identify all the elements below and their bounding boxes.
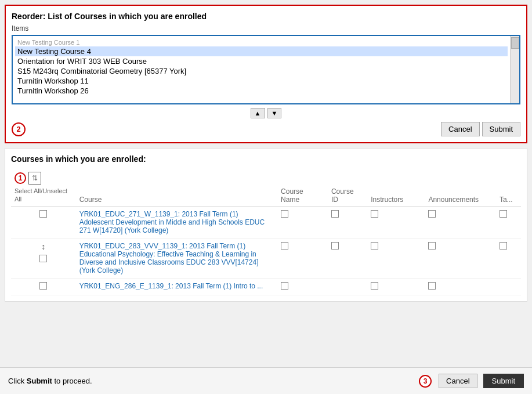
reorder-submit-button[interactable]: Submit [482,122,520,136]
row1-checkbox[interactable] [39,210,47,218]
row2-course-link[interactable]: YRK01_EDUC_283_VVV_1139_1: 2013 Fall Ter… [79,242,259,274]
row2-course-cell: YRK01_EDUC_283_VVV_1139_1: 2013 Fall Ter… [76,238,277,278]
course-col-label: Course [79,196,102,204]
reorder-arrows-icon: ⇅ [32,174,38,182]
row3-tasks-cell [496,278,521,295]
row2-instructors-cell [367,238,425,278]
row2-checkbox[interactable] [39,255,47,262]
row2-tasks-cell [496,238,521,278]
row3-course-cell: YRK01_ENG_286_E_1139_1: 2013 Fall Term (… [76,278,277,295]
row3-select-cell [11,278,76,295]
scrollbar-track [510,36,519,103]
row1-courseid-cell [328,206,367,238]
reorder-cancel-button[interactable]: Cancel [441,122,479,136]
th-course: Course [76,169,277,206]
th-tasks: Ta... [496,169,521,206]
row1-courseid-cb[interactable] [331,210,339,218]
row2-tasks-cb[interactable] [500,242,507,250]
row1-tasks-cell [496,206,521,238]
bottom-submit-button[interactable]: Submit [483,374,524,388]
th-courseid: Course ID [328,169,367,206]
th-select: 1 ⇅ Select All/Unselect All [11,169,76,206]
list-item[interactable]: Turnitin Workshop 11 [15,76,508,86]
row1-tasks-cb[interactable] [500,210,507,218]
table-row: ↕ YRK01_EDUC_283_VVV_1139_1: 2013 Fall T… [11,238,521,278]
reorder-listbox[interactable]: New Testing Course 1 New Testing Course … [13,36,519,103]
row3-course-link[interactable]: YRK01_ENG_286_E_1139_1: 2013 Fall Term (… [79,282,263,290]
reorder-items-label: Items [12,24,520,32]
row2-coursename-cb[interactable] [281,242,288,250]
drag-handle-icon[interactable]: ↕ [41,242,45,251]
course-name-label: Course [281,187,324,196]
bottom-bar: Click Submit to proceed. 3 Cancel Submit [0,367,532,394]
course-id-label1: Course [331,187,364,196]
bottom-text-bold: Submit [27,377,52,385]
row1-announcements-cb[interactable] [428,210,436,218]
row1-course-cell: YRK01_EDUC_271_W_1139_1: 2013 Fall Term … [76,206,277,238]
row1-coursename-cell [277,206,328,238]
row2-instructors-cb[interactable] [371,242,378,250]
bottom-bar-left: Click Submit to proceed. [8,377,92,385]
list-item[interactable]: S15 M243rq Combinatorial Geometry [65377… [15,66,508,76]
row3-checkbox[interactable] [39,282,47,290]
row3-courseid-cell [328,278,367,295]
list-item[interactable]: Turnitin Workshop 26 [15,86,508,96]
row1-instructors-cb[interactable] [371,210,378,218]
th-announcements: Announcements [425,169,496,206]
list-item[interactable]: Orientation for WRIT 303 WEB Course [15,56,508,66]
scrollbar-thumb[interactable] [511,37,519,49]
row2-announcements-cb[interactable] [428,242,436,250]
reorder-title: Reorder: List of Courses in which you ar… [12,12,520,21]
move-up-button[interactable]: ▲ [251,108,265,118]
enrolled-title: Courses in which you are enrolled: [11,154,521,164]
reorder-footer: 2 Cancel Submit [12,122,520,136]
list-item-selected[interactable]: New Testing Course 4 [15,46,508,56]
bottom-text-prefix: Click [8,377,27,385]
row1-course-link[interactable]: YRK01_EDUC_271_W_1139_1: 2013 Fall Term … [79,210,265,234]
reorder-listbox-container: New Testing Course 1 New Testing Course … [12,35,520,104]
enrolled-section: Courses in which you are enrolled: 1 ⇅ S… [5,148,527,302]
courses-table: 1 ⇅ Select All/Unselect All Course Cours… [11,169,521,295]
table-row: YRK01_ENG_286_E_1139_1: 2013 Fall Term (… [11,278,521,295]
row1-select-cell [11,206,76,238]
bottom-text: Click Submit to proceed. [8,377,92,385]
row3-instructors-cb[interactable] [371,282,378,290]
badge-3: 3 [419,375,432,388]
badge-2: 2 [12,122,26,136]
th-instructors: Instructors [367,169,425,206]
th-coursename: Course Name [277,169,328,206]
row3-coursename-cell [277,278,328,295]
select-all-label[interactable]: Select All/Unselect All [15,187,73,204]
row3-coursename-cb[interactable] [281,282,288,290]
row1-announcements-cell [425,206,496,238]
reorder-panel: Reorder: List of Courses in which you ar… [5,5,527,143]
row2-courseid-cell [328,238,367,278]
reorder-arrows: ▲ ▼ [12,108,520,118]
row3-instructors-cell [367,278,425,295]
bottom-text-suffix: to proceed. [52,377,92,385]
table-row: YRK01_EDUC_271_W_1139_1: 2013 Fall Term … [11,206,521,238]
row3-announcements-cb[interactable] [428,282,436,290]
bottom-bar-right: 3 Cancel Submit [419,374,524,388]
row2-announcements-cell [425,238,496,278]
row2-select-cell: ↕ [11,238,76,278]
move-down-button[interactable]: ▼ [267,108,282,118]
row1-coursename-cb[interactable] [281,210,288,218]
bottom-cancel-button[interactable]: Cancel [439,374,477,388]
course-name-label2: Name [281,196,324,204]
row2-courseid-cb[interactable] [331,242,339,250]
list-item[interactable]: New Testing Course 1 [15,38,508,46]
row2-coursename-cell [277,238,328,278]
reorder-icon-button[interactable]: ⇅ [28,172,41,185]
course-id-label2: ID [331,196,364,204]
row3-announcements-cell [425,278,496,295]
badge-1: 1 [15,172,26,184]
row1-instructors-cell [367,206,425,238]
